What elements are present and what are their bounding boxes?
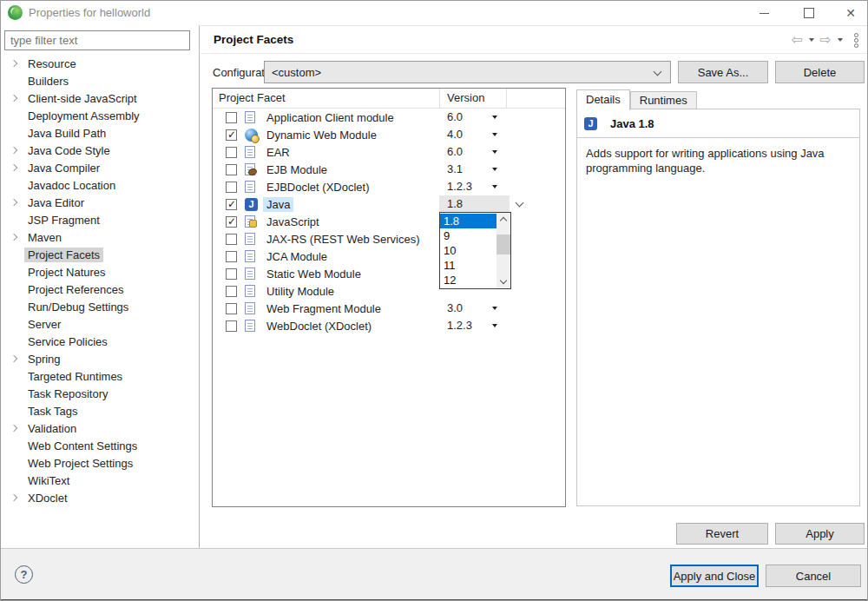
sidebar-item-java-editor[interactable]: Java Editor — [1, 194, 199, 211]
sidebar-item-project-natures[interactable]: Project Natures — [1, 263, 199, 281]
facet-row-application-client-module: Application Client module6.0 — [213, 109, 565, 126]
sidebar-item-targeted-runtimes[interactable]: Targeted Runtimes — [1, 367, 199, 385]
sidebar-item-builders[interactable]: Builders — [1, 72, 199, 89]
back-dropdown-icon[interactable] — [809, 38, 814, 42]
sidebar-item-javadoc-location[interactable]: Javadoc Location — [1, 176, 199, 194]
version-dropdown-arrow-icon[interactable] — [492, 168, 497, 171]
version-dropdown-arrow-icon[interactable] — [492, 133, 497, 136]
expand-chevron-icon[interactable] — [10, 425, 17, 432]
sidebar-item-label: Resource — [24, 56, 80, 71]
checkbox[interactable] — [226, 182, 237, 193]
checkbox[interactable] — [226, 268, 237, 280]
forward-dropdown-icon[interactable] — [838, 38, 843, 42]
sidebar-item-label: Validation — [24, 421, 80, 436]
sidebar-item-web-content-settings[interactable]: Web Content Settings — [1, 437, 199, 454]
sidebar-item-web-project-settings[interactable]: Web Project Settings — [1, 454, 199, 472]
sidebar-item-xdoclet[interactable]: XDoclet — [1, 489, 199, 506]
help-icon[interactable]: ? — [15, 565, 33, 584]
sidebar-item-maven[interactable]: Maven — [1, 228, 199, 246]
expand-chevron-icon[interactable] — [10, 199, 17, 206]
facet-label: EJBDoclet (XDoclet) — [263, 180, 372, 195]
sidebar-item-run-debug-settings[interactable]: Run/Debug Settings — [1, 298, 199, 315]
version-dropdown-arrow-icon[interactable] — [492, 185, 497, 188]
version-option-12[interactable]: 12 — [440, 273, 496, 287]
sidebar-item-server[interactable]: Server — [1, 315, 199, 333]
expand-chevron-icon[interactable] — [10, 494, 17, 501]
sidebar-item-task-repository[interactable]: Task Repository — [1, 385, 199, 402]
sidebar-item-project-references[interactable]: Project References — [1, 281, 199, 298]
version-option-10[interactable]: 10 — [440, 243, 496, 258]
scroll-down-icon[interactable] — [496, 275, 510, 288]
facet-label: Web Fragment Module — [263, 301, 385, 316]
sidebar-item-java-code-style[interactable]: Java Code Style — [1, 142, 199, 159]
sidebar-item-resource[interactable]: Resource — [1, 55, 199, 72]
save-as-button[interactable]: Save As... — [678, 61, 768, 83]
sidebar-item-wikitext[interactable]: WikiText — [1, 472, 199, 489]
filter-input[interactable] — [4, 30, 190, 50]
sidebar-item-validation[interactable]: Validation — [1, 419, 199, 437]
sidebar-item-spring[interactable]: Spring — [1, 350, 199, 367]
checkbox[interactable] — [226, 199, 237, 210]
cancel-button[interactable]: Cancel — [766, 565, 861, 587]
detail-heading-row: Java 1.8 — [577, 109, 859, 137]
sidebar-item-java-compiler[interactable]: Java Compiler — [1, 159, 199, 176]
sidebar-item-label: Java Compiler — [24, 161, 103, 175]
sidebar-item-label: Maven — [24, 230, 65, 245]
version-dropdown-arrow-icon[interactable] — [492, 307, 497, 310]
checkbox[interactable] — [226, 112, 237, 123]
column-header-project-facet[interactable]: Project Facet — [219, 91, 286, 104]
version-dropdown-arrow-icon[interactable] — [492, 150, 497, 154]
sidebar-item-java-build-path[interactable]: Java Build Path — [1, 124, 199, 142]
version-option-9[interactable]: 9 — [440, 228, 496, 243]
back-arrow-icon[interactable]: ⇦ — [791, 32, 802, 48]
apply-and-close-button[interactable]: Apply and Close — [670, 565, 759, 587]
checkbox[interactable] — [226, 320, 237, 332]
expand-chevron-icon[interactable] — [10, 164, 17, 171]
maximize-button[interactable] — [799, 3, 819, 23]
scrollbar-thumb[interactable] — [496, 234, 510, 254]
close-button[interactable]: ✕ — [841, 3, 860, 23]
column-header-version[interactable]: Version — [447, 91, 484, 104]
minimize-button[interactable] — [754, 3, 773, 23]
sidebar-item-service-policies[interactable]: Service Policies — [1, 333, 199, 350]
checkbox[interactable] — [226, 251, 237, 262]
delete-button[interactable]: Delete — [775, 61, 865, 83]
dropdown-scrollbar[interactable] — [496, 213, 510, 288]
sidebar-item-label: Java Code Style — [24, 143, 114, 158]
sidebar-item-project-facets[interactable]: Project Facets — [1, 246, 199, 263]
window-title: Properties for helloworld — [29, 6, 150, 19]
chevron-down-icon[interactable] — [516, 199, 524, 208]
expand-chevron-icon[interactable] — [10, 355, 17, 362]
checkbox[interactable] — [226, 129, 237, 141]
expand-chevron-icon[interactable] — [10, 147, 17, 154]
checkbox[interactable] — [226, 147, 237, 158]
sidebar-item-deployment-assembly[interactable]: Deployment Assembly — [1, 107, 199, 124]
checkbox[interactable] — [226, 164, 237, 175]
sidebar-item-label: Java Build Path — [24, 126, 109, 141]
version-dropdown-arrow-icon[interactable] — [492, 324, 497, 327]
apply-button[interactable]: Apply — [775, 523, 865, 545]
tab-runtimes[interactable]: Runtimes — [630, 91, 697, 109]
tab-details[interactable]: Details — [576, 89, 630, 110]
view-menu-icon[interactable] — [854, 33, 858, 48]
configuration-combobox[interactable]: <custom> — [264, 61, 671, 83]
facet-row-ear: EAR6.0 — [213, 143, 565, 161]
expand-chevron-icon[interactable] — [10, 234, 17, 241]
sidebar-item-jsp-fragment[interactable]: JSP Fragment — [1, 211, 199, 228]
sidebar-item-client-side-javascript[interactable]: Client-side JavaScript — [1, 89, 199, 107]
preferences-tree: ResourceBuildersClient-side JavaScriptDe… — [1, 55, 199, 506]
expand-chevron-icon[interactable] — [10, 95, 17, 102]
version-option-11[interactable]: 11 — [440, 258, 496, 273]
checkbox[interactable] — [226, 303, 237, 314]
scroll-up-icon[interactable] — [496, 213, 510, 226]
sidebar-item-task-tags[interactable]: Task Tags — [1, 402, 199, 419]
forward-arrow-icon[interactable]: ⇨ — [820, 32, 832, 48]
checkbox[interactable] — [226, 286, 237, 297]
version-combobox[interactable]: 1.8 — [439, 195, 510, 213]
expand-chevron-icon[interactable] — [10, 60, 17, 67]
checkbox[interactable] — [226, 234, 237, 245]
checkbox[interactable] — [226, 216, 237, 228]
revert-button[interactable]: Revert — [676, 523, 768, 545]
version-option-1-8[interactable]: 1.8 — [440, 214, 496, 228]
version-dropdown-arrow-icon[interactable] — [492, 116, 497, 119]
